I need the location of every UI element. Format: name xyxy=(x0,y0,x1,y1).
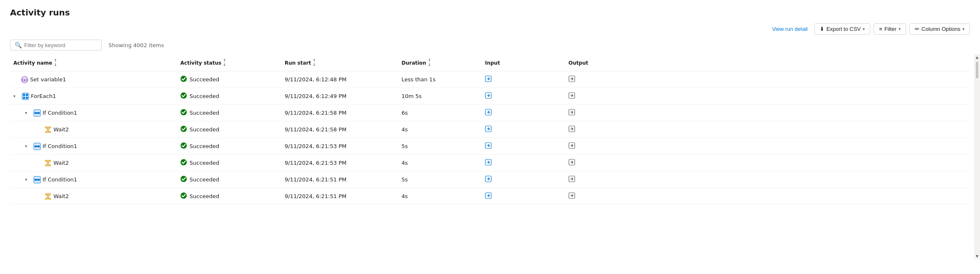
svg-text:(x): (x) xyxy=(22,78,28,82)
search-input[interactable] xyxy=(24,42,97,48)
input-icon[interactable] xyxy=(485,126,492,133)
output-icon[interactable] xyxy=(568,192,575,200)
col-header-run-start[interactable]: Run start ↑↓ xyxy=(281,57,398,68)
table-row: (x) Set variable1 Succeeded 9/11/2024, 6… xyxy=(10,71,970,88)
svg-marker-59 xyxy=(45,194,51,199)
cell-run-start: 9/11/2024, 6:21:58 PM xyxy=(281,123,398,136)
activity-name-label: Set variable1 xyxy=(30,76,66,83)
svg-point-2 xyxy=(181,76,187,82)
success-icon xyxy=(180,126,187,133)
col-header-input: Input xyxy=(482,57,565,68)
cell-input[interactable] xyxy=(482,156,565,170)
cell-input[interactable] xyxy=(482,122,565,137)
svg-point-19 xyxy=(38,112,40,114)
run-start-value: 9/11/2024, 6:21:58 PM xyxy=(285,110,346,116)
output-icon[interactable] xyxy=(568,92,575,100)
cell-duration: Less than 1s xyxy=(398,73,482,86)
cell-input[interactable] xyxy=(482,139,565,153)
cell-run-start: 9/11/2024, 6:21:53 PM xyxy=(281,140,398,153)
expand-icon[interactable]: ▾ xyxy=(25,111,31,115)
output-icon[interactable] xyxy=(568,159,575,167)
col-header-activity-status[interactable]: Activity status ↑↓ xyxy=(177,57,281,68)
activity-name-label: Wait2 xyxy=(53,126,69,133)
export-to-csv-button[interactable]: ⬇ Export to CSV ▾ xyxy=(814,23,870,35)
cell-input[interactable] xyxy=(482,189,565,204)
success-icon xyxy=(180,109,187,117)
cell-activity-status: Succeeded xyxy=(177,72,281,87)
success-icon xyxy=(180,142,187,150)
cell-output[interactable] xyxy=(565,156,970,170)
search-box[interactable]: 🔍 xyxy=(10,40,102,50)
cell-duration: 4s xyxy=(398,190,482,203)
output-icon[interactable] xyxy=(568,176,575,184)
svg-point-50 xyxy=(35,178,37,181)
status-label: Succeeded xyxy=(189,93,219,99)
input-icon[interactable] xyxy=(485,142,492,150)
table-body: (x) Set variable1 Succeeded 9/11/2024, 6… xyxy=(10,71,970,205)
input-icon[interactable] xyxy=(485,92,492,100)
scroll-down-button[interactable]: ▼ xyxy=(974,253,980,259)
input-icon[interactable] xyxy=(485,75,492,83)
cell-output[interactable] xyxy=(565,139,970,153)
run-start-value: 9/11/2024, 6:21:58 PM xyxy=(285,126,346,133)
output-icon[interactable] xyxy=(568,75,575,83)
cell-input[interactable] xyxy=(482,72,565,87)
cell-output[interactable] xyxy=(565,89,970,103)
activity-type-icon xyxy=(44,193,52,200)
svg-rect-10 xyxy=(23,97,25,99)
cell-input[interactable] xyxy=(482,89,565,103)
col-header-output: Output xyxy=(565,57,970,68)
filter-button[interactable]: ≡ Filter ▾ xyxy=(874,23,906,35)
input-icon[interactable] xyxy=(485,159,492,167)
svg-marker-43 xyxy=(45,160,51,166)
table-row: Wait2 Succeeded 9/11/2024, 6:21:58 PM 4s xyxy=(10,121,970,138)
expand-icon[interactable]: ▾ xyxy=(13,94,19,98)
duration-value: 4s xyxy=(402,126,408,133)
cell-output[interactable] xyxy=(565,106,970,120)
sort-run-start-icon[interactable]: ↑↓ xyxy=(313,59,316,67)
table-row: Wait2 Succeeded 9/11/2024, 6:21:53 PM 4s xyxy=(10,155,970,171)
cell-duration: 4s xyxy=(398,123,482,136)
sort-duration-icon[interactable]: ↑↓ xyxy=(428,59,431,67)
run-start-value: 9/11/2024, 6:12:49 PM xyxy=(285,93,346,99)
duration-value: 6s xyxy=(402,110,408,116)
svg-point-12 xyxy=(181,93,187,99)
sort-activity-name-icon[interactable]: ↑↓ xyxy=(54,59,57,67)
status-label: Succeeded xyxy=(189,76,219,83)
output-icon[interactable] xyxy=(568,109,575,117)
column-options-button[interactable]: ✏ Column Options ▾ xyxy=(909,23,970,35)
col-header-activity-name[interactable]: Activity name ↑↓ xyxy=(10,57,177,68)
svg-point-18 xyxy=(35,112,37,114)
input-icon[interactable] xyxy=(485,176,492,184)
cell-activity-status: Succeeded xyxy=(177,156,281,170)
col-header-duration[interactable]: Duration ↑↓ xyxy=(398,57,482,68)
activity-name-label: If Condition1 xyxy=(43,143,77,149)
expand-icon[interactable]: ▾ xyxy=(25,177,31,182)
duration-value: 4s xyxy=(402,160,408,166)
activity-name-label: Wait2 xyxy=(53,160,69,166)
cell-output[interactable] xyxy=(565,172,970,187)
cell-input[interactable] xyxy=(482,106,565,120)
output-icon[interactable] xyxy=(568,142,575,150)
run-start-value: 9/11/2024, 6:21:51 PM xyxy=(285,193,346,199)
scrollbar-thumb[interactable] xyxy=(976,62,978,78)
activity-table: Activity name ↑↓ Activity status ↑↓ Run … xyxy=(10,55,970,205)
view-run-detail-button[interactable]: View run detail xyxy=(769,24,811,34)
duration-value: 4s xyxy=(402,193,408,199)
cell-activity-name: Wait2 xyxy=(10,156,177,170)
cell-output[interactable] xyxy=(565,122,970,137)
output-icon[interactable] xyxy=(568,126,575,133)
input-icon[interactable] xyxy=(485,109,492,117)
expand-icon[interactable]: ▾ xyxy=(25,144,31,148)
column-options-chevron-icon: ▾ xyxy=(962,27,965,31)
input-icon[interactable] xyxy=(485,192,492,200)
sort-activity-status-icon[interactable]: ↑↓ xyxy=(223,59,226,67)
cell-output[interactable] xyxy=(565,72,970,87)
table-row: ▾ ForEach1 Succeeded 9/11/2024, 6:12:49 … xyxy=(10,88,970,105)
scrollbar[interactable]: ▲ ▼ xyxy=(974,54,980,259)
cell-input[interactable] xyxy=(482,172,565,187)
activity-type-icon: (x) xyxy=(21,76,28,83)
export-chevron-icon: ▾ xyxy=(863,27,865,31)
scroll-up-button[interactable]: ▲ xyxy=(974,54,980,60)
cell-output[interactable] xyxy=(565,189,970,204)
